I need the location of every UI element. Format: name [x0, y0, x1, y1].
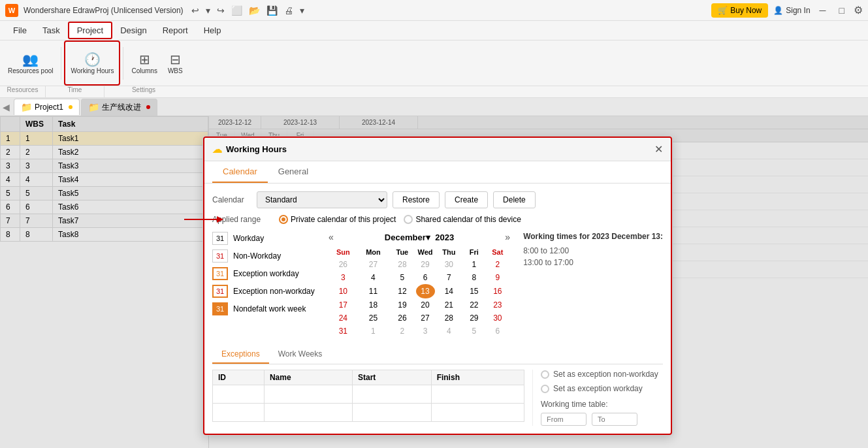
collapse-button[interactable]: ◀: [3, 102, 10, 112]
buy-now-button[interactable]: 🛒 Buy Now: [711, 3, 768, 18]
delete-button[interactable]: Delete: [493, 191, 536, 208]
radio-private-dot: [281, 217, 285, 221]
cal-day-other[interactable]: 26: [329, 258, 358, 271]
cal-day-sun[interactable]: 3: [329, 271, 358, 284]
maximize-button[interactable]: □: [835, 4, 848, 17]
cal-prev-button[interactable]: «: [329, 232, 334, 242]
wbs-button[interactable]: ⊟ WBS: [163, 40, 188, 86]
menu-task[interactable]: Task: [35, 23, 68, 38]
from-input[interactable]: [541, 413, 587, 426]
cal-day[interactable]: 28: [435, 312, 464, 325]
cal-day[interactable]: 21: [435, 298, 464, 312]
cal-day[interactable]: 14: [435, 284, 464, 298]
cal-day-other[interactable]: 2: [389, 325, 415, 338]
cal-day[interactable]: 6: [416, 271, 435, 284]
modal-close-button[interactable]: ✕: [654, 143, 663, 155]
cal-day-other[interactable]: 4: [435, 325, 464, 338]
exc-cell[interactable]: [264, 404, 352, 422]
to-input[interactable]: [592, 413, 637, 426]
cal-day-other[interactable]: 30: [435, 258, 464, 271]
menu-report[interactable]: Report: [155, 23, 196, 38]
cal-day-sun[interactable]: 31: [329, 325, 358, 338]
exc-cell[interactable]: [213, 404, 265, 422]
cal-day[interactable]: 26: [389, 312, 415, 325]
cal-day[interactable]: 19: [389, 298, 415, 312]
cal-day-other[interactable]: 5: [463, 325, 485, 338]
cal-day[interactable]: 15: [463, 284, 485, 298]
settings-gear-button[interactable]: ⚙: [854, 4, 863, 16]
undo-button[interactable]: ↩: [189, 4, 202, 17]
cal-day-other[interactable]: 3: [416, 325, 435, 338]
cal-day[interactable]: 8: [463, 271, 485, 284]
exc-cell[interactable]: [353, 404, 432, 422]
cal-day[interactable]: 5: [389, 271, 415, 284]
cal-day-sat[interactable]: 30: [485, 312, 511, 325]
cal-day-sat[interactable]: 23: [485, 298, 511, 312]
cal-day[interactable]: 25: [358, 312, 389, 325]
cal-day-other[interactable]: 28: [389, 258, 415, 271]
cal-day[interactable]: 18: [358, 298, 389, 312]
cal-day[interactable]: 4: [358, 271, 389, 284]
resources-pool-button[interactable]: 👥 Resources pool: [3, 40, 58, 86]
cal-day-selected[interactable]: 13: [416, 284, 435, 298]
exc-cell[interactable]: [431, 385, 524, 404]
radio-shared[interactable]: Shared calendar of this device: [404, 215, 521, 224]
project-tab-label-0: Project1: [35, 103, 63, 112]
menu-help[interactable]: Help: [196, 23, 229, 38]
cal-day-sat[interactable]: 2: [485, 258, 511, 271]
menu-file[interactable]: File: [5, 23, 35, 38]
legend-num-exc-workday: 31: [212, 267, 228, 280]
cal-day-sun[interactable]: 24: [329, 312, 358, 325]
exc-cell[interactable]: [213, 385, 265, 404]
modal-tab-calendar[interactable]: Calendar: [212, 161, 268, 183]
cal-day-sun[interactable]: 10: [329, 284, 358, 298]
more-button[interactable]: ▾: [297, 4, 307, 17]
cal-day-other[interactable]: 1: [358, 325, 389, 338]
menu-design[interactable]: Design: [112, 23, 154, 38]
exc-cell[interactable]: [431, 404, 524, 422]
radio-private[interactable]: Private calendar of this project: [279, 215, 396, 224]
cal-day-sat[interactable]: 9: [485, 271, 511, 284]
cal-day[interactable]: 12: [389, 284, 415, 298]
minimize-button[interactable]: ─: [816, 4, 830, 17]
undo-dropdown[interactable]: ▾: [203, 4, 213, 17]
menu-project[interactable]: Project: [68, 22, 112, 39]
exc-cell[interactable]: [264, 385, 352, 404]
cal-day-sat[interactable]: 16: [485, 284, 511, 298]
cal-day[interactable]: 27: [416, 312, 435, 325]
open-button[interactable]: 📂: [246, 4, 263, 17]
option-exc-nonworkday[interactable]: Set as exception non-workday: [541, 370, 663, 379]
cal-day[interactable]: 29: [463, 312, 485, 325]
app-logo: W: [5, 4, 18, 17]
cal-day-other[interactable]: 6: [485, 325, 511, 338]
new-button[interactable]: ⬜: [229, 4, 245, 17]
cal-day[interactable]: 1: [463, 258, 485, 271]
sign-in-button[interactable]: 👤 Sign In: [773, 6, 810, 15]
save-button[interactable]: 💾: [264, 4, 280, 17]
exc-cell[interactable]: [353, 385, 432, 404]
project-tab-0[interactable]: 📁 Project1: [14, 99, 80, 115]
working-hours-button[interactable]: 🕐 Working Hours: [64, 40, 120, 86]
cal-day-sun[interactable]: 17: [329, 298, 358, 312]
radio-private-label: Private calendar of this project: [291, 215, 396, 224]
print-button[interactable]: 🖨: [281, 4, 296, 17]
cal-day[interactable]: 11: [358, 284, 389, 298]
cal-day[interactable]: 7: [435, 271, 464, 284]
project-tab-1[interactable]: 📁 生产线改进: [81, 99, 157, 116]
columns-icon: ⊞: [139, 52, 150, 67]
exceptions-tab[interactable]: Exceptions: [212, 345, 269, 364]
restore-button[interactable]: Restore: [393, 191, 440, 208]
calendar-select[interactable]: Standard: [257, 191, 387, 208]
cal-day[interactable]: 20: [416, 298, 435, 312]
modal-tab-general[interactable]: General: [268, 161, 319, 183]
modal-tabs: Calendar General: [204, 161, 671, 184]
option-exc-workday[interactable]: Set as exception workday: [541, 384, 663, 393]
redo-button[interactable]: ↪: [214, 4, 227, 17]
work-weeks-tab[interactable]: Work Weeks: [269, 345, 332, 364]
cal-day-other[interactable]: 27: [358, 258, 389, 271]
cal-next-button[interactable]: »: [505, 232, 510, 242]
columns-button[interactable]: ⊞ Columns: [126, 40, 162, 86]
create-button[interactable]: Create: [445, 191, 488, 208]
cal-day-other[interactable]: 29: [416, 258, 435, 271]
cal-day[interactable]: 22: [463, 298, 485, 312]
